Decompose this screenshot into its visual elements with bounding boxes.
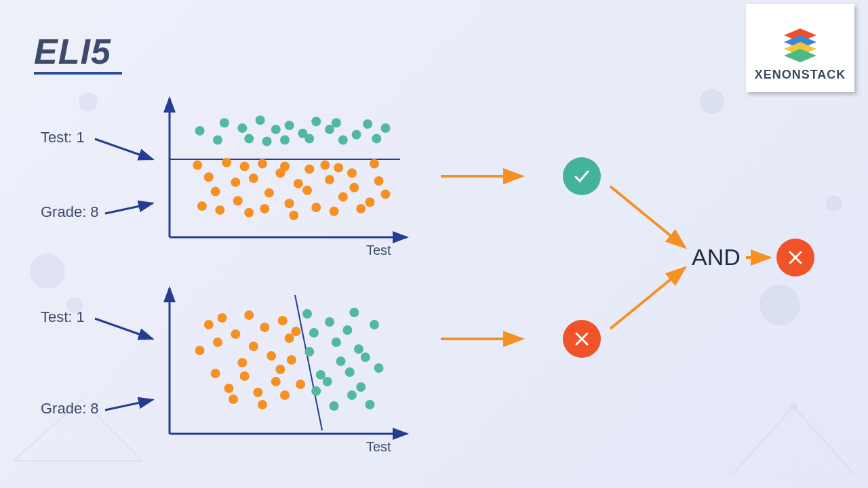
svg-point-111 [349, 308, 359, 317]
svg-point-113 [354, 344, 363, 354]
svg-point-48 [249, 174, 258, 183]
svg-point-60 [302, 186, 312, 195]
svg-point-49 [244, 208, 254, 218]
svg-point-108 [336, 357, 346, 366]
svg-point-1 [30, 253, 65, 289]
svg-point-61 [320, 161, 330, 170]
svg-point-76 [204, 320, 214, 329]
svg-point-90 [267, 351, 276, 361]
xaxis-label-top: Test [366, 243, 391, 258]
svg-point-69 [365, 197, 374, 207]
svg-point-95 [275, 365, 285, 374]
svg-point-40 [204, 172, 214, 182]
svg-point-50 [258, 159, 267, 169]
svg-point-91 [258, 400, 267, 409]
svg-point-98 [287, 355, 296, 365]
svg-point-107 [323, 377, 332, 386]
svg-point-81 [224, 384, 234, 393]
svg-point-46 [240, 162, 250, 171]
svg-point-43 [222, 158, 231, 167]
svg-point-87 [240, 371, 250, 381]
svg-point-21 [220, 118, 229, 127]
svg-point-116 [356, 382, 366, 392]
svg-point-118 [365, 400, 374, 409]
brand-name: XENONSTACK [755, 68, 846, 82]
svg-point-70 [374, 176, 384, 186]
svg-point-57 [289, 211, 298, 220]
svg-point-20 [213, 136, 222, 145]
svg-point-4 [760, 285, 800, 325]
svg-point-62 [330, 207, 339, 216]
scatter-plot-top [156, 95, 414, 251]
svg-point-77 [195, 346, 205, 355]
svg-point-64 [338, 192, 348, 201]
xaxis-label-bottom: Test [366, 439, 391, 455]
svg-point-31 [304, 134, 314, 144]
svg-point-56 [294, 179, 303, 188]
output-cross-icon [776, 239, 814, 277]
svg-point-26 [262, 137, 272, 146]
svg-point-117 [370, 320, 379, 329]
svg-point-42 [211, 187, 220, 197]
svg-point-44 [215, 205, 224, 215]
svg-point-0 [79, 92, 98, 111]
svg-point-85 [244, 310, 254, 320]
svg-point-33 [338, 136, 348, 145]
svg-point-106 [332, 338, 341, 347]
xenonstack-logo-icon [776, 15, 824, 62]
svg-point-100 [302, 309, 312, 319]
svg-point-45 [231, 178, 240, 187]
svg-marker-15 [784, 49, 816, 62]
page-title: ELI5 [34, 31, 111, 72]
svg-point-84 [229, 394, 238, 404]
svg-point-34 [332, 118, 341, 127]
label-test-1-top: Test: 1 [41, 129, 85, 146]
svg-point-67 [356, 204, 366, 214]
svg-point-103 [316, 370, 326, 380]
svg-line-10 [793, 407, 854, 474]
svg-point-115 [361, 352, 370, 362]
and-gate-label: AND [692, 244, 741, 270]
svg-point-94 [285, 333, 294, 343]
title-underline [34, 72, 122, 75]
svg-point-112 [345, 367, 355, 377]
svg-point-83 [237, 358, 247, 367]
svg-point-3 [700, 89, 724, 114]
svg-point-24 [256, 115, 265, 125]
svg-point-11 [789, 403, 797, 411]
svg-point-22 [237, 123, 247, 133]
label-grade-8-bottom: Grade: 8 [41, 400, 99, 418]
svg-point-96 [280, 390, 290, 400]
svg-point-82 [231, 329, 240, 339]
result-cross-icon [563, 320, 601, 358]
svg-point-89 [260, 323, 269, 332]
svg-point-27 [285, 121, 294, 130]
svg-point-55 [280, 162, 290, 171]
svg-point-28 [280, 136, 290, 145]
svg-point-30 [311, 117, 321, 126]
svg-point-52 [260, 204, 269, 214]
svg-point-71 [370, 159, 379, 169]
svg-point-68 [347, 168, 357, 178]
svg-point-19 [195, 126, 205, 136]
svg-point-80 [213, 338, 222, 347]
svg-point-35 [352, 130, 361, 140]
svg-point-78 [211, 369, 220, 378]
svg-point-63 [325, 175, 334, 184]
svg-point-109 [330, 401, 339, 411]
svg-point-104 [311, 386, 321, 396]
svg-point-99 [296, 380, 305, 389]
svg-point-47 [233, 196, 243, 205]
svg-point-119 [374, 363, 384, 373]
label-grade-8-top: Grade: 8 [41, 203, 99, 221]
svg-point-93 [278, 316, 288, 325]
brand-logo-box: XENONSTACK [746, 4, 854, 92]
svg-point-88 [253, 388, 262, 397]
svg-point-54 [285, 199, 294, 208]
svg-point-5 [826, 195, 842, 211]
svg-point-25 [271, 125, 281, 134]
label-test-1-bottom: Test: 1 [41, 308, 85, 326]
svg-point-23 [244, 134, 254, 144]
svg-point-38 [381, 123, 391, 133]
svg-point-86 [249, 342, 258, 351]
